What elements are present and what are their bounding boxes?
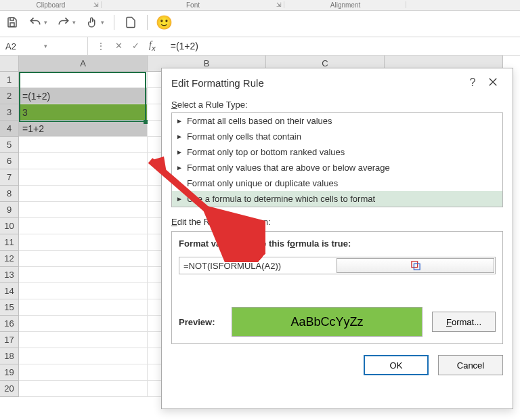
cell[interactable]: =1+2 (19, 121, 148, 137)
edit-rule-description-label: Edit the Rule Description: (171, 217, 503, 227)
column-header[interactable]: A (19, 56, 148, 72)
preview-sample: AaBbCcYyZz (232, 307, 422, 337)
cell[interactable] (19, 186, 148, 202)
rule-description-frame: Format values where this formula is true… (171, 231, 503, 344)
rule-type-list[interactable]: ►Format all cells based on their values►… (171, 112, 503, 207)
row-header[interactable]: 20 (0, 381, 19, 397)
undo-icon[interactable] (28, 16, 42, 29)
range-picker-icon[interactable] (337, 258, 494, 273)
ribbon-group-labels: Clipboard⇲ Font⇲ Alignment (0, 0, 520, 11)
rule-type-label: Use a formula to determine which cells t… (187, 194, 375, 204)
row-header[interactable]: 4 (0, 121, 19, 137)
row-header[interactable]: 10 (0, 218, 19, 234)
cell[interactable] (19, 267, 148, 283)
cell[interactable] (19, 316, 148, 332)
cell[interactable] (19, 202, 148, 218)
formula-options-icon[interactable]: ⋮ (96, 41, 106, 51)
list-marker-icon: ► (176, 180, 183, 187)
name-box[interactable]: A2 ▾ (0, 37, 88, 55)
list-marker-icon: ► (176, 164, 183, 171)
format-button[interactable]: Format... (432, 312, 496, 332)
quick-access-toolbar: ▾ ▾ ▾ 🙂 (0, 11, 520, 37)
name-box-value: A2 (5, 41, 44, 51)
cell[interactable] (19, 283, 148, 299)
formula-bar-controls: ⋮ ✕ ✓ fx (88, 40, 164, 52)
select-rule-type-label: Select a Rule Type: (171, 100, 503, 110)
svg-rect-1 (10, 23, 14, 26)
rule-type-item[interactable]: ►Use a formula to determine which cells … (172, 191, 502, 207)
ok-button[interactable]: OK (364, 355, 429, 375)
row-header[interactable]: 3 (0, 104, 19, 121)
rule-type-item[interactable]: ►Format all cells based on their values (172, 113, 502, 129)
save-icon[interactable] (5, 16, 19, 29)
cell[interactable] (19, 299, 148, 316)
fx-icon[interactable]: fx (149, 40, 156, 52)
row-header[interactable]: 2 (0, 88, 19, 104)
formula-input-value: =NOT(ISFORMULA(A2)) (179, 261, 336, 271)
row-header[interactable]: 9 (0, 202, 19, 218)
help-button[interactable]: ? (462, 77, 483, 89)
formula-condition-label: Format values where this formula is true… (179, 238, 496, 249)
new-file-icon[interactable] (124, 16, 137, 29)
preview-row: Preview: AaBbCcYyZz Format... (179, 307, 496, 337)
redo-icon[interactable] (57, 16, 70, 29)
rule-type-label: Format only top or bottom ranked values (187, 147, 345, 157)
touch-dropdown-icon[interactable]: ▾ (101, 19, 104, 26)
row-header[interactable]: 12 (0, 251, 19, 267)
row-header[interactable]: 8 (0, 186, 19, 202)
touch-mode-icon[interactable] (85, 16, 99, 29)
cell[interactable] (19, 218, 148, 234)
rule-type-item[interactable]: ►Format only top or bottom ranked values (172, 144, 502, 160)
rule-type-label: Format all cells based on their values (187, 116, 332, 126)
cell[interactable] (19, 169, 148, 186)
row-header[interactable]: 1 (0, 72, 19, 88)
row-header[interactable]: 19 (0, 364, 19, 381)
cancel-icon[interactable]: ✕ (115, 41, 123, 51)
row-header[interactable]: 15 (0, 299, 19, 316)
svg-rect-5 (414, 264, 420, 270)
cell[interactable] (19, 234, 148, 251)
svg-rect-4 (411, 261, 417, 268)
rule-type-label: Format only unique or duplicate values (187, 178, 338, 188)
dialog-title: Edit Formatting Rule (171, 77, 462, 89)
undo-dropdown-icon[interactable]: ▾ (44, 19, 47, 26)
list-marker-icon: ► (176, 195, 183, 203)
row-header[interactable]: 14 (0, 283, 19, 299)
rule-type-item[interactable]: ►Format only values that are above or be… (172, 160, 502, 175)
row-header[interactable]: 7 (0, 169, 19, 186)
cell[interactable] (19, 332, 148, 348)
edit-formatting-rule-dialog: Edit Formatting Rule ? Select a Rule Typ… (161, 68, 513, 409)
row-header[interactable]: 6 (0, 153, 19, 169)
close-button[interactable] (483, 77, 503, 89)
cancel-button[interactable]: Cancel (438, 355, 503, 375)
name-box-dropdown-icon[interactable]: ▾ (44, 43, 83, 49)
cell[interactable] (19, 381, 148, 397)
select-all-corner[interactable] (0, 56, 19, 72)
row-header[interactable]: 17 (0, 332, 19, 348)
rule-type-item[interactable]: ►Format only unique or duplicate values (172, 175, 502, 191)
cell[interactable] (19, 72, 148, 88)
cell[interactable] (19, 137, 148, 153)
cell[interactable]: 3 (19, 104, 148, 121)
row-header[interactable]: 18 (0, 348, 19, 364)
row-header[interactable]: 11 (0, 234, 19, 251)
smiley-icon[interactable]: 🙂 (157, 16, 171, 29)
row-header[interactable]: 16 (0, 316, 19, 332)
cell[interactable] (19, 251, 148, 267)
formula-bar-value: =(1+2) (171, 41, 198, 51)
rule-type-item[interactable]: ►Format only cells that contain (172, 129, 502, 144)
row-header[interactable]: 5 (0, 137, 19, 153)
redo-dropdown-icon[interactable]: ▾ (72, 19, 76, 26)
cell[interactable] (19, 153, 148, 169)
formula-bar[interactable]: =(1+2) (164, 41, 520, 51)
ribbon-group-alignment: Alignment (284, 0, 406, 10)
dialog-body: Select a Rule Type: ►Format all cells ba… (162, 100, 513, 344)
formula-input[interactable]: =NOT(ISFORMULA(A2)) (179, 257, 496, 274)
cell[interactable]: =(1+2) (19, 88, 148, 104)
list-marker-icon: ► (176, 148, 183, 156)
cell[interactable] (19, 348, 148, 364)
enter-icon[interactable]: ✓ (132, 41, 139, 51)
row-header[interactable]: 13 (0, 267, 19, 283)
dialog-titlebar: Edit Formatting Rule ? (162, 68, 513, 97)
cell[interactable] (19, 364, 148, 381)
